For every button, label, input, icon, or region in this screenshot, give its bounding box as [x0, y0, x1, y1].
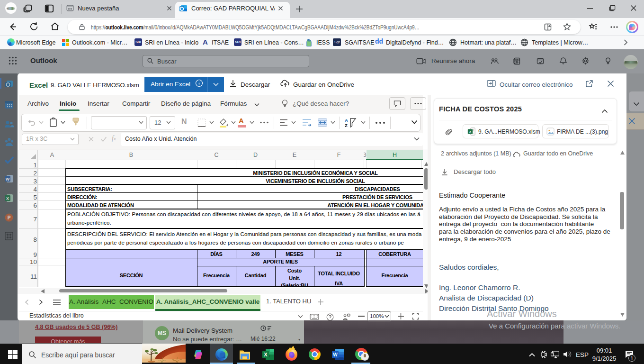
svg-text:Z: Z: [345, 123, 348, 128]
svg-text:W: W: [333, 352, 338, 357]
svg-text:x: x: [469, 129, 471, 134]
svg-text:X: X: [264, 352, 268, 357]
svg-text:A: A: [345, 118, 348, 123]
